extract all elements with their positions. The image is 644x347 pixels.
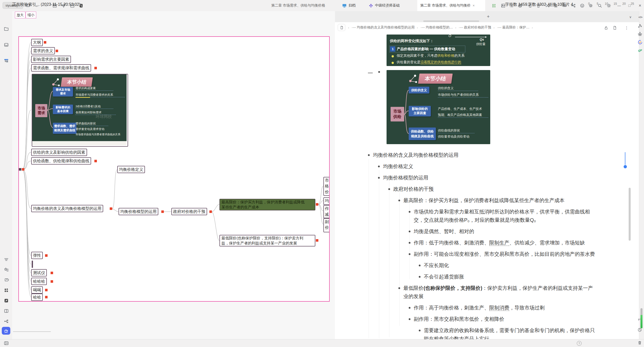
tab-archive[interactable]: 归档 xyxy=(339,0,359,11)
mindmap-node-clipped[interactable]: 均 xyxy=(323,197,330,205)
node-ref-marker[interactable] xyxy=(45,289,48,291)
outline-text[interactable]: 均衡价格的含义及均衡价格模型的运用 xyxy=(373,151,459,159)
outline-item[interactable]: 政府对价格的干预 xyxy=(388,185,622,193)
tab-economist-basics[interactable]: 中级经济师基础 xyxy=(365,0,403,11)
mindmap-image-node[interactable]: 本节小结 市场 需求 需求及市场需求 影响需求的基本因素 需求函数、需求规律及需… xyxy=(32,74,128,147)
dock-layout-button[interactable] xyxy=(4,308,9,314)
breadcrumb-item[interactable]: ·— 均衡价格的含义及均衡价格模型的运用 xyxy=(351,25,414,30)
outline-text[interactable]: 市场供给力量和需求力量相互抵消时所达到的价格水平，供求平衡，供需曲线相交，交点就… xyxy=(414,208,590,224)
mindmap-canvas[interactable]: 大纲 需求的含义 影响需求的主要因素 需求函数、需求规律和需求曲线 本节小结 市… xyxy=(18,36,330,302)
status-trash-button[interactable] xyxy=(637,340,642,345)
doc-image-supply-summary[interactable]: 本节小结 市场 供给 供给的含义 影响供给的主要因素 供给函数、供给规律及供给曲… xyxy=(387,70,490,144)
breadcrumb-item[interactable]: ·— 最高限价：保护… xyxy=(497,25,529,30)
outline-text[interactable]: 作用：低于均衡价格、刺激消费、限制生产、供给减少、需求增加，市场短缺 xyxy=(414,239,585,247)
bullet-dot[interactable] xyxy=(419,330,421,331)
new-tab-button[interactable]: + xyxy=(485,14,491,20)
bullet-dot[interactable] xyxy=(419,276,421,278)
bullet-dot[interactable] xyxy=(378,166,380,167)
mindmap-node-equilibrium[interactable]: 均衡价格的含义及均衡价格模型的运用 xyxy=(31,205,103,212)
bullet-dot[interactable] xyxy=(419,265,421,266)
mindmap-node-max-price-selected[interactable]: 最高限价：保护买方利益，保护消费者利益或降低 某些生产者的生产成本 xyxy=(219,199,315,210)
bullet-dot[interactable] xyxy=(378,177,380,179)
bullet-dot[interactable] xyxy=(409,318,410,320)
bullet-dot[interactable] xyxy=(409,253,410,255)
bullet-dot[interactable] xyxy=(398,200,400,201)
node-ref-marker[interactable] xyxy=(45,254,48,257)
outline-text[interactable]: 不应长期化 xyxy=(424,261,449,270)
dock-piggybank-plugin-button[interactable] xyxy=(2,327,10,335)
mindmap-node-clipped[interactable]: 作减 xyxy=(323,205,330,218)
more-options-button[interactable]: ⋮ xyxy=(624,25,630,31)
mindmap-node-demand-factors[interactable]: 影响需求的主要因素 xyxy=(31,56,71,63)
tab-close-icon[interactable]: × xyxy=(473,4,475,8)
mindmap-node-elasticity[interactable]: 弹性 xyxy=(31,252,43,259)
node-ref-marker[interactable] xyxy=(94,67,97,69)
bullet-dot[interactable] xyxy=(368,154,370,156)
node-ref-marker[interactable] xyxy=(161,210,164,213)
mindmap-zoom-out-button[interactable]: 缩小 xyxy=(26,12,36,18)
outline-item[interactable]: 副作用：可能会出现变相涨价、黑市交易和黑市高价，比如目前的房地产的茶水费 xyxy=(409,250,622,258)
dock-tag-button[interactable] xyxy=(4,277,9,283)
dock-inbox-button[interactable] xyxy=(4,42,9,48)
outline-text[interactable]: 均衡价格定义 xyxy=(383,162,413,171)
outline-text[interactable]: 最低限价(也称保护限价，支持限价)：保护卖方利益，保护生产者的利益或支持某一产业… xyxy=(403,284,593,301)
outline-item[interactable]: 作用：高于均衡价格，刺激生产、限制消费，导致市场过剩 xyxy=(409,304,622,312)
doc-info-button[interactable] xyxy=(612,25,618,31)
breadcrumb-item[interactable]: ·— 政府对价格的干预 xyxy=(459,25,491,30)
mindmap-node-gov[interactable]: 政府对价格的干预 xyxy=(171,208,207,215)
outline-item[interactable]: 不会引起通货膨胀 xyxy=(419,273,622,281)
bullet-dot[interactable] xyxy=(409,307,410,309)
bullet-dot[interactable] xyxy=(409,211,410,213)
dock-widgets-button[interactable] xyxy=(4,288,9,293)
mindmap-node-haha3[interactable]: 哈哈哈 xyxy=(31,278,47,285)
node-ref-marker[interactable] xyxy=(44,41,46,44)
dock-history-button[interactable] xyxy=(637,328,642,332)
outline-item[interactable]: 副作用：黑市交易和黑市低价，变相降价 xyxy=(409,315,622,323)
node-ref-marker[interactable] xyxy=(209,210,212,213)
outline-item[interactable]: 最高限价：保护买方利益，保护消费者利益或降低某些生产者的生产成本 xyxy=(398,196,622,205)
tabbar-scroll-indicator[interactable] xyxy=(423,20,479,22)
doc-image-supply-changes[interactable]: O Qs 供给量 供给的两种变化情况如下： 1 产品价格因素的影响 — 供给数量… xyxy=(387,35,490,66)
outline-text[interactable]: 副作用：黑市交易和黑市低价，变相降价 xyxy=(414,315,504,323)
outline-text[interactable]: 副作用：可能会出现变相涨价、黑市交易和黑市高价，比如目前的房地产的茶水费 xyxy=(414,250,595,258)
bullet-dot[interactable] xyxy=(378,71,380,73)
outline-item[interactable]: 作用：低于均衡价格、刺激消费、限制生产、供给减少、需求增加，市场短缺 xyxy=(409,239,622,247)
dock-toggle-button[interactable] xyxy=(4,341,9,346)
outline-text[interactable]: 最高限价：保护买方利益，保护消费者利益或降低某些生产者的生产成本 xyxy=(403,196,564,205)
marketplace-button[interactable] xyxy=(490,2,497,9)
editor-content[interactable]: O Qs 供给量 供给的两种变化情况如下： 1 产品价格因素的影响 — 供给数量… xyxy=(335,33,639,339)
dock-graph-local-button[interactable] xyxy=(638,24,642,28)
editor-scrollbar[interactable] xyxy=(629,188,631,241)
mindmap-node-eq-model[interactable]: 均衡价格模型的运用 xyxy=(119,208,158,215)
node-ref-marker[interactable] xyxy=(316,203,318,206)
mindmap-node-supply-meaning[interactable]: 供给的含义及影响供给的因素 xyxy=(31,149,87,156)
outline-text[interactable]: 作用：高于均衡价格，刺激生产、限制消费，导致市场过剩 xyxy=(414,304,545,312)
node-ref-marker[interactable] xyxy=(110,207,112,210)
scroll-marker-dot[interactable] xyxy=(624,165,627,168)
bullet-dot[interactable] xyxy=(388,188,390,190)
outline-item[interactable]: 需要建立政府的收购和储备系统，需要专门的基金和专门的机构，保护价格只能在粮食等少… xyxy=(419,326,622,339)
outline-item[interactable]: 均衡价格定义 xyxy=(378,162,622,171)
dock-task-plugin-button[interactable] xyxy=(638,40,642,46)
outline-item[interactable]: 均衡是偶然、暂时、相对的 xyxy=(409,227,622,236)
mindmap-node-tester[interactable]: 测试仪 xyxy=(31,269,47,276)
outline-item[interactable]: 最低限价(也称保护限价，支持限价)：保护卖方利益，保护生产者的利益或支持某一产业… xyxy=(398,284,622,301)
mindmap-node-supply-curve[interactable]: 供给函数、供给规律和供给曲线 xyxy=(31,157,91,165)
mindmap-hscrollbar[interactable] xyxy=(13,331,51,332)
outline-item[interactable]: 均衡价格的含义及均衡价格模型的运用 xyxy=(368,151,622,159)
outline-item[interactable]: 不应长期化 xyxy=(419,261,622,270)
collapse-dash-icon[interactable] xyxy=(368,73,373,73)
dock-graph-global-button[interactable] xyxy=(638,32,642,36)
node-ref-marker[interactable] xyxy=(51,272,53,274)
dock-sketch-button[interactable] xyxy=(4,298,9,303)
node-ref-marker[interactable] xyxy=(51,280,53,283)
dock-graph-button[interactable] xyxy=(4,319,9,324)
node-ref-marker[interactable] xyxy=(316,239,318,242)
mindmap-node-haha2[interactable]: 哈哈 xyxy=(31,294,43,301)
bullet-dot[interactable] xyxy=(409,231,410,232)
breadcrumb-item[interactable]: ·— 均衡价格模型的… xyxy=(420,25,453,30)
outline-text[interactable]: 均衡价格模型的运用 xyxy=(383,174,428,182)
outline-item[interactable]: 均衡价格模型的运用 xyxy=(378,174,622,182)
mindmap-node-clipped[interactable]: 副价 xyxy=(323,218,330,232)
doc-icon-button[interactable] xyxy=(338,24,345,31)
